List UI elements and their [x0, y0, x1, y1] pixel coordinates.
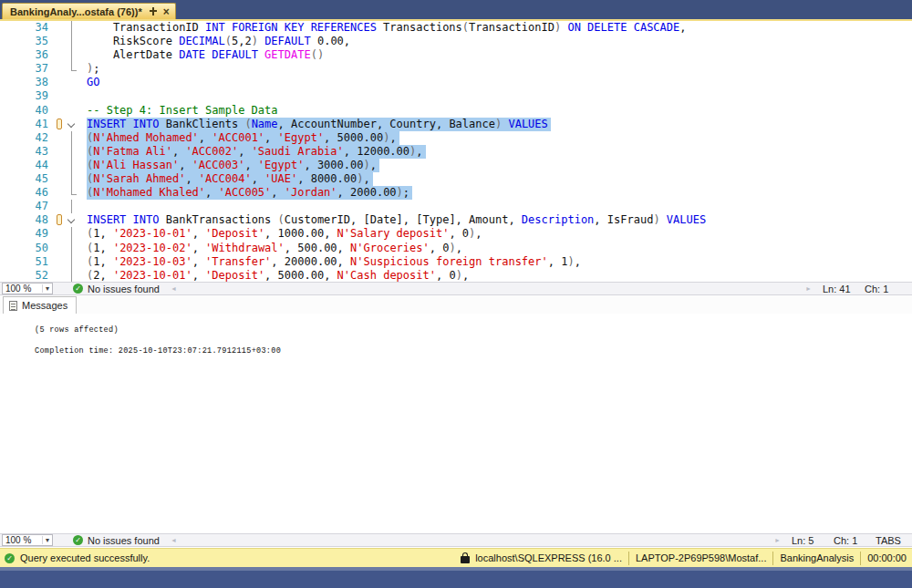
fold-margin-cell	[65, 48, 79, 62]
code-line[interactable]: 52(2, '2023-10-01', 'Deposit', 5000.00, …	[0, 269, 912, 282]
code-lines: 34 TransactionID INT FOREIGN KEY REFEREN…	[0, 21, 912, 282]
code-text: (1, '2023-10-02', 'Withdrawal', 500.00, …	[87, 242, 462, 255]
code-line[interactable]: 41INSERT INTO BankClients (Name, Account…	[0, 118, 912, 131]
messages-line-indicator: Ln: 5	[792, 535, 834, 546]
editor-zoom-select[interactable]: 100 % ▾	[2, 283, 53, 294]
close-icon[interactable]: ×	[163, 7, 170, 16]
line-number: 41	[0, 118, 48, 131]
code-text: (1, '2023-10-01', 'Deposit', 1000.00, N'…	[87, 227, 482, 241]
change-tracking-cell	[48, 172, 65, 186]
line-number: 48	[0, 213, 48, 227]
editor-health-indicator[interactable]: ✓ No issues found	[73, 284, 160, 294]
fold-margin-cell	[65, 104, 79, 118]
server-name[interactable]: localhost\SQLEXPRESS (16.0 ...	[475, 552, 622, 563]
document-tab[interactable]: BankingAnaly...ostafa (76))* ×	[2, 3, 176, 19]
code-text-selected: (N'Ahmed Mohamed', 'ACC001', 'Egypt', 50…	[87, 131, 399, 145]
check-icon: ✓	[73, 284, 83, 294]
fold-margin-cell	[65, 35, 79, 48]
scroll-left-icon[interactable]: ◄	[171, 537, 177, 543]
change-tracking-bar	[48, 118, 65, 131]
divider	[772, 552, 773, 565]
execution-time: 00:00:00	[867, 552, 907, 563]
line-number: 44	[0, 159, 48, 172]
code-text: INSERT INTO BankTransactions (CustomerID…	[87, 213, 706, 227]
messages-hscrollbar[interactable]: ◄ ►	[171, 537, 781, 543]
code-line[interactable]: 39	[0, 89, 912, 103]
line-number: 46	[0, 186, 48, 200]
fold-margin-cell	[65, 89, 79, 103]
line-number: 38	[0, 76, 48, 89]
code-line[interactable]: 51(1, '2023-10-03', 'Transfer', 20000.00…	[0, 255, 912, 269]
code-text: (2, '2023-10-01', 'Deposit', 5000.00, N'…	[87, 269, 469, 282]
code-line[interactable]: 47	[0, 200, 912, 213]
fold-margin-cell	[65, 242, 79, 255]
editor-line-indicator: Ln: 41	[823, 284, 865, 294]
fold-margin-cell	[65, 227, 79, 241]
code-line[interactable]: 43(N'Fatma Ali', 'ACC002', 'Saudi Arabia…	[0, 145, 912, 159]
pin-icon[interactable]	[149, 7, 157, 15]
login-name[interactable]: LAPTOP-2P69P598\Mostaf...	[636, 552, 766, 563]
change-tracking-cell	[48, 48, 65, 62]
messages-pane[interactable]: (5 rows affected) Completion time: 2025-…	[0, 314, 912, 533]
completion-time-message: Completion time: 2025-10-10T23:07:21.791…	[35, 346, 281, 356]
code-text-selected: INSERT INTO BankClients (Name, AccountNu…	[87, 118, 551, 131]
scroll-right-icon[interactable]: ►	[774, 537, 781, 543]
line-number: 40	[0, 104, 48, 118]
fold-collapse-icon[interactable]	[65, 213, 79, 227]
ssms-window: BankingAnaly...ostafa (76))* × 34 Transa…	[0, 0, 912, 588]
code-text-selected: (N'Mohamed Khaled', 'ACC005', 'Jordan', …	[87, 186, 412, 200]
code-text-selected: (N'Ali Hassan', 'ACC003', 'Egypt', 3000.…	[87, 159, 379, 172]
fold-margin-cell	[65, 76, 79, 89]
code-line[interactable]: 35 RiskScore DECIMAL(5,2) DEFAULT 0.00,	[0, 35, 912, 48]
editor-hscrollbar[interactable]: ◄ ►	[171, 285, 812, 292]
code-editor[interactable]: 34 TransactionID INT FOREIGN KEY REFEREN…	[0, 21, 912, 282]
code-line[interactable]: 49(1, '2023-10-01', 'Deposit', 1000.00, …	[0, 227, 912, 241]
messages-health-indicator[interactable]: ✓ No issues found	[73, 535, 160, 546]
change-tracking-cell	[48, 242, 65, 255]
code-line[interactable]: 46(N'Mohamed Khaled', 'ACC005', 'Jordan'…	[0, 186, 912, 200]
code-line[interactable]: 36 AlertDate DATE DEFAULT GETDATE()	[0, 48, 912, 62]
messages-health-label: No issues found	[88, 535, 160, 546]
code-line[interactable]: 44(N'Ali Hassan', 'ACC003', 'Egypt', 300…	[0, 159, 912, 172]
editor-column-indicator: Ch: 1	[865, 284, 907, 294]
change-tracking-cell	[48, 186, 65, 200]
rows-affected-message: (5 rows affected)	[35, 325, 119, 335]
code-line[interactable]: 37);	[0, 62, 912, 76]
messages-icon	[9, 301, 17, 311]
code-text: (1, '2023-10-03', 'Transfer', 20000.00, …	[87, 255, 581, 269]
line-number: 34	[0, 21, 48, 35]
code-line[interactable]: 48INSERT INTO BankTransactions (Customer…	[0, 213, 912, 227]
tab-messages[interactable]: Messages	[3, 296, 77, 314]
scroll-left-icon[interactable]: ◄	[171, 285, 177, 292]
code-line[interactable]: 50(1, '2023-10-02', 'Withdrawal', 500.00…	[0, 242, 912, 255]
code-line[interactable]: 38GO	[0, 76, 912, 89]
fold-margin-cell	[65, 145, 79, 159]
results-tab-strip: Messages	[0, 295, 912, 314]
change-tracking-cell	[48, 227, 65, 241]
database-name[interactable]: BankingAnalysis	[780, 552, 854, 563]
code-text: -- Step 4: Insert Sample Data	[87, 104, 278, 118]
messages-zoom-value: 100 %	[5, 535, 31, 545]
change-tracking-cell	[48, 62, 65, 76]
code-line[interactable]: 42(N'Ahmed Mohamed', 'ACC001', 'Egypt', …	[0, 131, 912, 145]
document-tab-title: BankingAnaly...ostafa (76))*	[10, 6, 142, 17]
code-text: );	[87, 62, 99, 76]
fold-margin-cell	[65, 21, 79, 35]
fold-margin-cell	[65, 255, 79, 269]
line-number: 39	[0, 89, 48, 103]
code-line[interactable]: 34 TransactionID INT FOREIGN KEY REFEREN…	[0, 21, 912, 35]
line-number: 36	[0, 48, 48, 62]
code-line[interactable]: 40-- Step 4: Insert Sample Data	[0, 104, 912, 118]
change-tracking-cell	[48, 269, 65, 282]
code-line[interactable]: 45(N'Sarah Ahmed', 'ACC004', 'UAE', 8000…	[0, 172, 912, 186]
code-text: TransactionID INT FOREIGN KEY REFERENCES…	[87, 21, 687, 35]
success-check-icon: ✓	[5, 553, 15, 563]
scroll-right-icon[interactable]: ►	[805, 285, 812, 292]
change-tracking-cell	[48, 89, 65, 103]
messages-tab-label: Messages	[22, 300, 67, 311]
messages-zoom-select[interactable]: 100 % ▾	[2, 534, 53, 546]
change-tracking-cell	[48, 21, 65, 35]
line-number: 52	[0, 269, 48, 282]
line-number: 37	[0, 62, 48, 76]
fold-collapse-icon[interactable]	[65, 118, 79, 131]
